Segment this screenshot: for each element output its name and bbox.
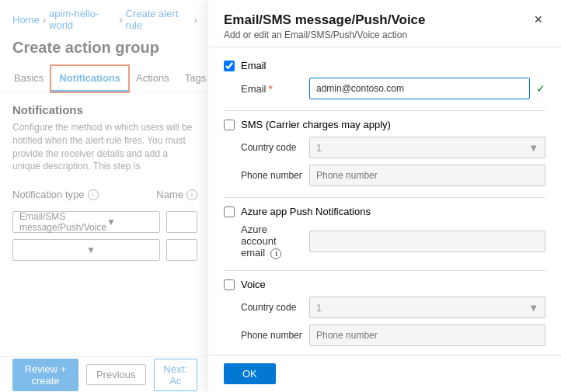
sms-phone-row: Phone number <box>224 165 545 186</box>
close-button[interactable]: × <box>531 12 545 26</box>
voice-country-row: Country code 1 ▼ <box>224 297 545 318</box>
ok-button[interactable]: OK <box>224 363 276 384</box>
email-checkbox-row: Email <box>224 60 545 71</box>
review-create-button[interactable]: Review + create <box>12 359 78 391</box>
flyout-body: Email Email * ✓ SMS (Carrier charges may… <box>208 47 561 355</box>
voice-phone-label: Phone number <box>241 330 303 341</box>
notification-name-input-2[interactable] <box>166 239 197 261</box>
next-button[interactable]: Next: Ac <box>154 359 198 391</box>
push-email-row: Azure account email ℹ <box>224 224 545 259</box>
sms-checkbox-label: SMS (Carrier charges may apply) <box>241 119 391 130</box>
tab-basics[interactable]: Basics <box>6 66 51 92</box>
sms-country-dropdown: 1 ▼ <box>309 137 545 158</box>
flyout-footer: OK <box>208 355 561 392</box>
dropdown-arrow-icon: ▼ <box>106 217 153 227</box>
dropdown-arrow-icon-2: ▼ <box>86 245 153 255</box>
push-checkbox[interactable] <box>224 206 235 217</box>
notif-row-2: ▼ <box>12 239 197 261</box>
breadcrumb-alert[interactable]: Create alert rule <box>125 8 190 31</box>
flyout-subtitle: Add or edit an Email/SMS/Push/Voice acti… <box>224 29 426 40</box>
breadcrumb-sep2: › <box>119 14 122 26</box>
sms-phone-input <box>309 165 545 186</box>
voice-country-dropdown: 1 ▼ <box>309 297 545 318</box>
email-field-row: Email * ✓ <box>224 78 545 99</box>
email-section: Email Email * ✓ <box>224 60 545 99</box>
notification-rows: Email/SMS message/Push/Voice ▼ ▼ <box>0 206 210 272</box>
push-email-label: Azure account email ℹ <box>241 224 303 259</box>
previous-button[interactable]: Previous <box>86 364 146 385</box>
voice-section: Voice Country code 1 ▼ Phone number <box>224 279 545 346</box>
flyout-title: Email/SMS message/Push/Voice <box>224 12 426 28</box>
notification-type-label: Notification type i <box>12 189 150 200</box>
breadcrumb-home[interactable]: Home <box>12 14 40 26</box>
notif-row-1: Email/SMS message/Push/Voice ▼ <box>12 211 197 233</box>
breadcrumb-apim[interactable]: apim-hello-world <box>49 8 116 31</box>
sms-country-row: Country code 1 ▼ <box>224 137 545 158</box>
notification-type-info-icon[interactable]: i <box>88 189 99 200</box>
tab-notifications[interactable]: Notifications <box>51 66 128 92</box>
email-checkbox[interactable] <box>224 61 235 71</box>
notification-type-dropdown-2[interactable]: ▼ <box>12 239 160 261</box>
notification-type-dropdown-1[interactable]: Email/SMS message/Push/Voice ▼ <box>12 211 160 233</box>
left-panel: Home › apim-hello-world › Create alert r… <box>0 0 210 392</box>
divider-1 <box>224 110 545 111</box>
page-title: Create action group <box>0 36 210 66</box>
name-label: Name i <box>156 189 197 200</box>
push-info-icon[interactable]: ℹ <box>270 248 281 259</box>
breadcrumb-sep3: › <box>194 14 197 26</box>
divider-2 <box>224 197 545 198</box>
name-info-icon[interactable]: i <box>186 189 197 200</box>
email-required: * <box>269 83 273 95</box>
push-checkbox-label: Azure app Push Notifications <box>241 206 371 217</box>
divider-3 <box>224 270 545 271</box>
email-checkbox-label: Email <box>241 60 267 71</box>
email-valid-icon: ✓ <box>536 82 545 95</box>
voice-checkbox-label: Voice <box>241 279 266 290</box>
voice-country-label: Country code <box>241 302 303 313</box>
push-checkbox-row: Azure app Push Notifications <box>224 206 545 217</box>
voice-country-arrow-icon: ▼ <box>528 302 538 314</box>
email-field-label: Email * <box>241 83 303 95</box>
voice-checkbox-row: Voice <box>224 279 545 290</box>
breadcrumb: Home › apim-hello-world › Create alert r… <box>0 0 210 36</box>
tab-tags[interactable]: Tags <box>177 66 210 92</box>
push-email-input <box>309 231 545 252</box>
notification-name-input-1[interactable] <box>166 211 197 233</box>
section-desc: Configure the method in which users will… <box>0 121 210 182</box>
flyout-header-text: Email/SMS message/Push/Voice Add or edit… <box>224 12 426 40</box>
email-input[interactable] <box>309 78 530 99</box>
sms-country-label: Country code <box>241 142 303 153</box>
tab-actions[interactable]: Actions <box>128 66 177 92</box>
flyout-header: Email/SMS message/Push/Voice Add or edit… <box>208 0 561 47</box>
voice-phone-input <box>309 324 545 346</box>
sms-checkbox[interactable] <box>224 120 235 130</box>
push-section: Azure app Push Notifications Azure accou… <box>224 206 545 259</box>
sms-section: SMS (Carrier charges may apply) Country … <box>224 119 545 186</box>
field-labels-row: Notification type i Name i <box>0 182 210 206</box>
flyout-panel: Email/SMS message/Push/Voice Add or edit… <box>207 0 561 392</box>
voice-checkbox[interactable] <box>224 279 235 290</box>
sms-country-arrow-icon: ▼ <box>528 142 538 154</box>
tabs-container: Basics Notifications Actions Tags Revie <box>0 66 210 92</box>
bottom-bar: Review + create Previous Next: Ac <box>0 356 210 392</box>
breadcrumb-sep1: › <box>43 14 46 26</box>
sms-phone-label: Phone number <box>241 170 303 181</box>
sms-checkbox-row: SMS (Carrier charges may apply) <box>224 119 545 130</box>
voice-phone-row: Phone number <box>224 324 545 346</box>
section-title: Notifications <box>0 92 210 121</box>
